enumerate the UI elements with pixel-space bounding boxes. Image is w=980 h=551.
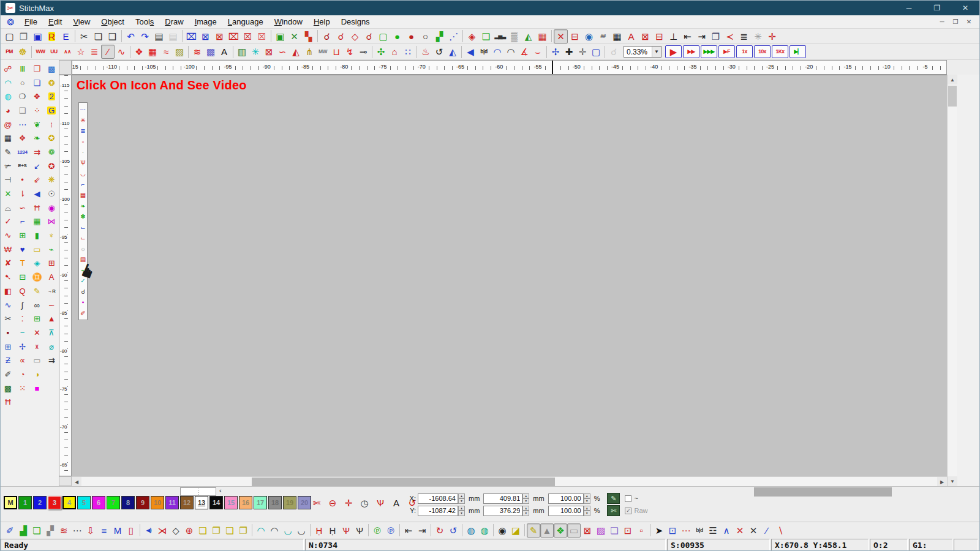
folder-r-icon[interactable]: R <box>45 29 59 43</box>
globe2-icon[interactable]: ◍ <box>478 523 491 538</box>
folder-copy1-icon[interactable]: ❏ <box>196 523 209 538</box>
left-tool-icon[interactable]: ↙ <box>30 159 45 173</box>
eraser-icon[interactable]: ◪ <box>509 523 522 538</box>
speaker-icon[interactable]: ◀) <box>142 523 156 538</box>
left-tool-icon[interactable]: ◔ <box>15 367 30 381</box>
left-tool-icon[interactable]: ✕ <box>30 326 45 340</box>
mini-tool-icon[interactable]: ✐ <box>79 308 87 319</box>
left-tool-icon[interactable]: )( <box>30 340 45 354</box>
left-tool-icon[interactable]: ❐ <box>30 62 45 76</box>
left-tool-icon[interactable]: ⊞ <box>44 257 59 271</box>
left-tool-icon[interactable]: ✐ <box>1 367 15 381</box>
left-tool-icon[interactable]: ⌐ <box>15 215 30 229</box>
z-bar-icon[interactable]: ☲ <box>706 523 720 538</box>
left-tool-icon[interactable]: ▭ <box>30 242 45 257</box>
move-dots-icon[interactable]: ✛ <box>576 45 589 59</box>
wheel-icon[interactable]: ☸ <box>16 45 29 59</box>
restore-button[interactable]: ❐ <box>923 1 951 15</box>
thread-color-5[interactable]: 5 <box>77 496 91 509</box>
waves-icon[interactable]: ≋ <box>190 45 204 59</box>
raw-checkbox[interactable]: ✓ <box>625 508 631 514</box>
scale-y-spinner[interactable]: ▲▼ <box>584 506 590 516</box>
left-tool-icon[interactable]: ➷ <box>1 270 15 284</box>
left-tool-icon[interactable]: ❑ <box>15 103 30 118</box>
scroll-right-icon[interactable]: ▶ <box>937 477 947 487</box>
left-tool-icon[interactable]: ❁ <box>44 145 59 159</box>
mdi-minimize-button[interactable]: ─ <box>935 17 949 28</box>
perpendicular-icon[interactable]: ⊥ <box>666 29 680 43</box>
draw-pencil-icon[interactable]: ✎ <box>527 523 540 538</box>
mini-tool-icon[interactable]: ⋯ <box>79 104 87 115</box>
dots-rb-icon[interactable]: ⋯ <box>679 523 693 538</box>
left-tool-icon[interactable]: ⇉ <box>30 145 45 159</box>
caret-icon[interactable]: ∧ <box>720 523 733 538</box>
thread-color-15[interactable]: 15 <box>224 496 238 509</box>
apply-move-button[interactable]: ✎ <box>607 493 620 504</box>
hoop-export3-icon[interactable]: ⊠ <box>213 29 227 43</box>
cross-move-icon[interactable]: ✛ <box>765 29 779 43</box>
grid-icon[interactable]: ▦ <box>610 29 624 43</box>
left-tool-icon[interactable]: ❦ <box>30 118 45 132</box>
left-tool-icon[interactable]: ⊞ <box>30 312 45 326</box>
thread-color-1[interactable]: 1 <box>18 496 32 509</box>
cross-lattice-icon[interactable]: ✳ <box>249 45 262 59</box>
hatch-red-icon[interactable]: ≋ <box>57 523 70 538</box>
flame-icon[interactable]: ♨ <box>419 45 432 59</box>
tent-icon[interactable]: ◭ <box>289 45 303 59</box>
left-tool-icon[interactable]: ◍ <box>1 89 15 103</box>
thread-color-6[interactable]: 6 <box>92 496 105 509</box>
folder-copy4-icon[interactable]: ❐ <box>236 523 250 538</box>
left-tool-icon[interactable]: ⋈ <box>44 215 59 229</box>
left-tool-icon[interactable]: ⋯ <box>15 118 30 132</box>
dot-triangle-icon[interactable]: ∷ <box>401 45 415 59</box>
play-fast-icon[interactable]: ▶▶ <box>683 45 699 58</box>
star-stitch-icon[interactable]: ☆ <box>74 45 88 59</box>
scribble-icon[interactable]: ∽ <box>276 45 289 59</box>
x-spinner[interactable]: ▲▼ <box>458 493 465 504</box>
zoom-icon[interactable]: ☌ <box>320 29 334 43</box>
left-tool-icon[interactable]: ♥ <box>15 242 30 257</box>
swap-blocks-icon[interactable]: ▚ <box>301 29 315 43</box>
green-frame-icon[interactable]: ▣ <box>273 29 287 43</box>
tilde-checkbox[interactable] <box>625 495 631 502</box>
x-position-field[interactable] <box>418 493 458 504</box>
sequence-icon[interactable]: ⋊ <box>156 523 169 538</box>
hook-icon[interactable]: ↯ <box>343 45 356 59</box>
zoom-level-combo[interactable]: 0.33%▼ <box>624 46 662 58</box>
hoop-export2-icon[interactable]: ⊠ <box>198 29 213 43</box>
mini-tool-icon[interactable]: Ѱ <box>79 158 87 169</box>
arc2-icon[interactable]: ◠ <box>268 523 281 538</box>
left-tool-icon[interactable]: ∿ <box>1 298 15 312</box>
zoom-area-icon[interactable]: ☌ <box>334 29 348 43</box>
dashes-icon[interactable]: ⋯ <box>70 523 84 538</box>
height-spinner[interactable]: ▲▼ <box>522 506 529 516</box>
zigzag-mw-icon[interactable]: MW <box>316 45 330 59</box>
left-tool-icon[interactable]: ▦ <box>1 131 15 145</box>
left-tool-icon[interactable]: ○ <box>15 76 30 90</box>
y-position-field[interactable] <box>418 506 458 516</box>
left-tool-icon[interactable]: ▩ <box>44 62 59 76</box>
left-tool-icon[interactable]: ✢ <box>15 340 30 354</box>
x-dark-icon[interactable]: ✕ <box>747 523 760 538</box>
left-tool-icon[interactable]: ⌁ <box>44 242 59 257</box>
mini-tool-icon[interactable]: ✽ <box>79 211 87 222</box>
chart-3d-icon[interactable]: ▲ <box>540 523 554 538</box>
fork-icon[interactable]: Ѱ <box>372 496 388 509</box>
hoop-export5-icon[interactable]: ☒ <box>241 29 255 43</box>
redo-icon[interactable]: ↷ <box>138 29 152 43</box>
hoop-export6-icon[interactable]: ☒ <box>255 29 269 43</box>
mdi-restore-button[interactable]: ❐ <box>949 17 962 28</box>
mirror-pyramid-icon[interactable]: ◭ <box>446 45 459 59</box>
step-10x-icon[interactable]: 10x <box>754 45 771 58</box>
box-3d-icon[interactable]: ❖ <box>554 523 567 538</box>
left-tool-icon[interactable]: ☉ <box>44 187 59 201</box>
lock-open-icon[interactable]: ⊔ <box>330 45 343 59</box>
play-icon[interactable]: ▶ <box>665 45 682 58</box>
left-tool-icon[interactable]: ◕ <box>1 103 15 118</box>
play-faster-icon[interactable]: ▶▶▶ <box>701 45 717 58</box>
move-cross-icon[interactable]: ✚ <box>562 45 576 59</box>
green-cut-icon[interactable]: ✕ <box>287 29 301 43</box>
vertical-scroll-thumb[interactable] <box>948 86 957 107</box>
cursor-icon[interactable]: ➤ <box>652 523 666 538</box>
scale-x-field[interactable] <box>548 493 584 504</box>
